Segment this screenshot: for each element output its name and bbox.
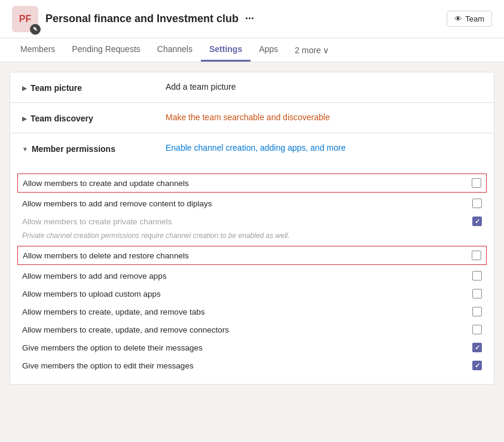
permissions-list: Allow members to create and update chann… — [22, 172, 482, 374]
more-options-icon[interactable]: ··· — [245, 13, 254, 25]
checkbox-upload-custom-apps[interactable] — [472, 289, 482, 298]
permission-label-delete-restore-channels: Allow members to delete and restore chan… — [23, 251, 472, 260]
checkbox-delete-messages[interactable] — [472, 343, 482, 352]
permission-label-upload-custom-apps: Allow members to upload custom apps — [22, 289, 472, 298]
tab-pending-requests[interactable]: Pending Requests — [63, 38, 148, 62]
permission-label-private-channels: Allow members to create private channels — [22, 217, 472, 226]
checkbox-edit-messages[interactable] — [472, 361, 482, 370]
avatar-edit-icon[interactable]: ✎ — [30, 24, 41, 35]
section-content-team-discovery: Make the team searchable and discoverabl… — [166, 112, 482, 122]
permission-label-delete-messages: Give members the option to delete their … — [22, 343, 472, 352]
avatar: PF ✎ — [12, 6, 38, 32]
tab-members[interactable]: Members — [12, 38, 63, 62]
permission-item-edit-messages: Give members the option to edit their me… — [22, 356, 482, 374]
checkbox-add-remove-apps[interactable] — [472, 271, 482, 281]
checkbox-tabs[interactable] — [472, 307, 482, 316]
nav-tabs: Members Pending Requests Channels Settin… — [0, 38, 504, 62]
permission-note-label: Private channel creation permissions req… — [22, 231, 482, 240]
checkbox-delete-restore-channels[interactable] — [472, 251, 481, 260]
tab-channels[interactable]: Channels — [149, 38, 201, 62]
section-content-member-permissions: Enable channel creation, adding apps, an… — [166, 143, 482, 153]
eye-icon: 👁 — [454, 14, 462, 23]
page-title: Personal finance and Investment club ··· — [45, 13, 447, 25]
permission-item-tabs: Allow members to create, update, and rem… — [22, 303, 482, 321]
permission-item-add-remove-displays: Allow members to add and remove content … — [22, 194, 482, 212]
member-permissions-top: ▼ Member permissions Enable channel crea… — [22, 143, 482, 154]
section-team-discovery: ▶ Team discovery Make the team searchabl… — [10, 103, 494, 133]
chevron-right-icon: ▶ — [22, 115, 27, 122]
section-toggle-team-discovery[interactable]: ▶ Team discovery — [22, 112, 154, 123]
checkbox-private-channels[interactable] — [472, 217, 482, 226]
section-toggle-team-picture[interactable]: ▶ Team picture — [22, 82, 154, 93]
permission-item-connectors: Allow members to create, update, and rem… — [22, 321, 482, 339]
permission-label-tabs: Allow members to create, update, and rem… — [22, 307, 472, 316]
permission-item-add-remove-apps: Allow members to add and remove apps — [22, 267, 482, 285]
permission-item-delete-restore-channels: Allow members to delete and restore chan… — [17, 246, 487, 265]
main-content: ▶ Team picture Add a team picture ▶ Team… — [0, 72, 504, 385]
settings-container: ▶ Team picture Add a team picture ▶ Team… — [10, 72, 494, 385]
tab-apps[interactable]: Apps — [251, 38, 286, 62]
checkbox-connectors[interactable] — [472, 325, 482, 334]
tab-more[interactable]: 2 more ∨ — [286, 39, 337, 61]
checkbox-add-remove-displays[interactable] — [472, 199, 482, 208]
section-content-team-picture: Add a team picture — [166, 82, 482, 92]
permission-label-create-update-channels: Allow members to create and update chann… — [23, 179, 472, 188]
tab-settings[interactable]: Settings — [201, 38, 251, 62]
team-button[interactable]: 👁 Team — [447, 11, 492, 27]
permission-label-add-remove-displays: Allow members to add and remove content … — [22, 199, 472, 208]
team-picture-summary: Add a team picture — [166, 82, 482, 92]
chevron-down-icon: ▼ — [22, 146, 28, 153]
permission-label-connectors: Allow members to create, update, and rem… — [22, 325, 472, 334]
permission-item-upload-custom-apps: Allow members to upload custom apps — [22, 285, 482, 303]
permission-item-delete-messages: Give members the option to delete their … — [22, 339, 482, 356]
section-team-picture: ▶ Team picture Add a team picture — [10, 72, 494, 103]
permission-item-create-update-channels: Allow members to create and update chann… — [17, 173, 487, 193]
team-discovery-summary: Make the team searchable and discoverabl… — [166, 112, 482, 122]
permission-label-edit-messages: Give members the option to edit their me… — [22, 361, 472, 370]
chevron-right-icon: ▶ — [22, 85, 27, 92]
permission-item-private-channels: Allow members to create private channels — [22, 212, 482, 230]
header: PF ✎ Personal finance and Investment clu… — [0, 0, 504, 38]
section-toggle-member-permissions[interactable]: ▼ Member permissions — [22, 143, 154, 154]
member-permissions-summary: Enable channel creation, adding apps, an… — [166, 143, 482, 153]
checkbox-create-update-channels[interactable] — [472, 178, 481, 188]
chevron-down-icon: ∨ — [323, 45, 329, 55]
section-member-permissions: ▼ Member permissions Enable channel crea… — [10, 133, 494, 384]
permission-label-add-remove-apps: Allow members to add and remove apps — [22, 272, 472, 281]
permission-note-row: Private channel creation permissions req… — [22, 230, 482, 244]
